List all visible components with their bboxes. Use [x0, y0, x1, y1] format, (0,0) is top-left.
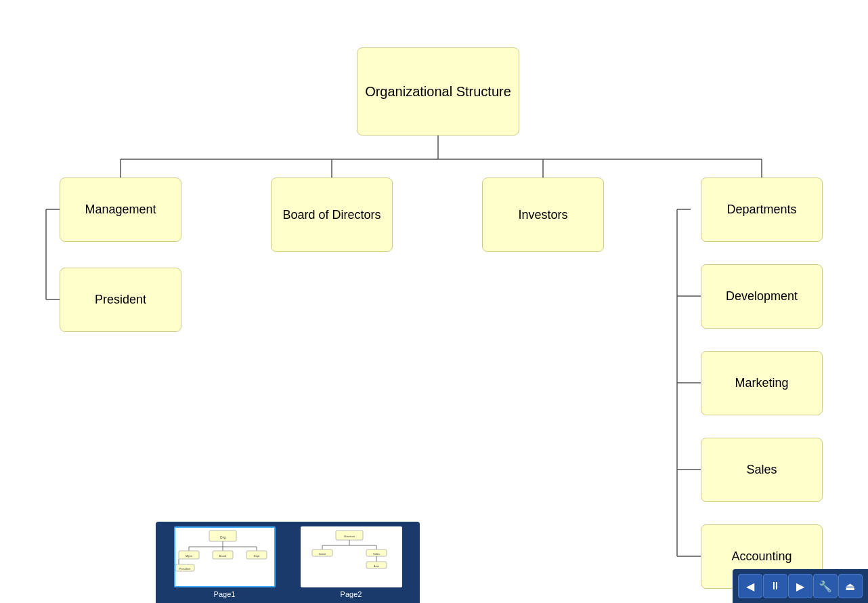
thumbnail-page2[interactable]: Structure Invest Sales Acct Page2: [301, 526, 402, 598]
svg-text:Sales: Sales: [372, 552, 379, 556]
node-management[interactable]: Management: [60, 178, 181, 242]
thumbnail-panel: Org Mgmt Board Dept President: [156, 522, 420, 603]
thumbnail-page1[interactable]: Org Mgmt Board Dept President: [174, 526, 276, 598]
svg-text:Board: Board: [219, 554, 226, 558]
node-development[interactable]: Development: [701, 264, 823, 329]
svg-text:Org: Org: [219, 535, 225, 539]
bottom-toolbar: ◀ ⏸ ▶ 🔧 ⏏: [733, 569, 868, 603]
thumb-label-page1: Page1: [214, 590, 236, 598]
exit-button[interactable]: ⏏: [838, 574, 863, 598]
mini-chart-page1: Org Mgmt Board Dept President: [175, 528, 270, 582]
svg-text:Dept: Dept: [253, 554, 259, 558]
back-button[interactable]: ◀: [738, 574, 762, 598]
mini-chart-page2: Structure Invest Sales Acct: [302, 528, 397, 582]
node-marketing[interactable]: Marketing: [701, 351, 823, 415]
thumb-label-page2: Page2: [341, 590, 362, 598]
node-org-structure[interactable]: Organizational Structure: [357, 47, 519, 136]
node-investors[interactable]: Investors: [482, 178, 604, 252]
node-sales[interactable]: Sales: [701, 438, 823, 502]
node-president[interactable]: President: [60, 268, 181, 332]
thumb-img-page2[interactable]: Structure Invest Sales Acct: [301, 526, 402, 587]
svg-text:Structure: Structure: [343, 535, 355, 538]
node-board-of-directors[interactable]: Board of Directors: [271, 178, 393, 252]
thumb-img-page1[interactable]: Org Mgmt Board Dept President: [174, 526, 276, 587]
svg-text:Mgmt: Mgmt: [186, 554, 193, 558]
svg-text:Invest: Invest: [318, 552, 326, 556]
node-departments[interactable]: Departments: [701, 178, 823, 242]
pause-button[interactable]: ⏸: [763, 574, 787, 598]
diagram-area: Organizational Structure Management Pres…: [0, 0, 868, 603]
forward-button[interactable]: ▶: [788, 574, 812, 598]
svg-text:President: President: [179, 567, 191, 570]
settings-button[interactable]: 🔧: [813, 574, 838, 598]
svg-text:Acct: Acct: [374, 564, 380, 568]
